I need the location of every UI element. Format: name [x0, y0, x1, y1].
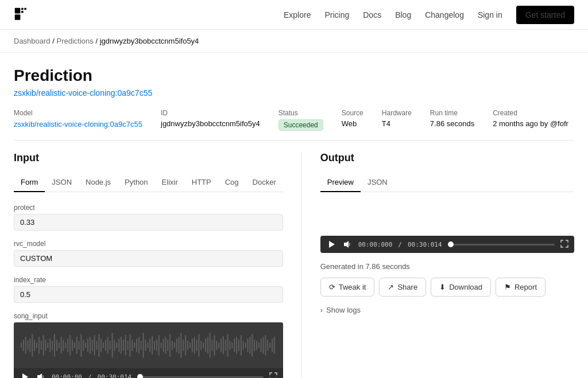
svg-rect-12 [36, 342, 37, 348]
svg-rect-45 [110, 341, 111, 350]
tab-json[interactable]: JSON [45, 173, 79, 192]
svg-rect-14 [41, 341, 42, 350]
tab-elixir[interactable]: Elixir [155, 173, 185, 192]
input-progress-bar[interactable] [137, 376, 264, 378]
meta-runtime-value: 7.86 seconds [430, 119, 474, 128]
svg-rect-81 [189, 342, 191, 348]
svg-rect-37 [92, 340, 93, 351]
download-button[interactable]: ⬇ Download [431, 278, 491, 297]
meta-source-value: Web [342, 119, 363, 128]
svg-rect-54 [130, 334, 131, 357]
show-logs-button[interactable]: › Show logs [320, 303, 361, 317]
download-label: Download [449, 283, 482, 291]
main-columns: Input Form JSON Node.js Python Elixir HT… [14, 152, 574, 378]
get-started-button[interactable]: Get started [516, 6, 574, 24]
svg-rect-86 [200, 341, 202, 350]
tweak-it-label: Tweak it [339, 283, 366, 291]
meta-hardware-value: T4 [382, 119, 412, 128]
tweak-it-button[interactable]: ⟳ Tweak it [320, 278, 375, 297]
svg-rect-27 [69, 335, 71, 356]
output-play-button[interactable] [326, 239, 336, 250]
tab-python[interactable]: Python [118, 173, 154, 192]
input-volume-button[interactable] [36, 372, 46, 378]
output-tab-json[interactable]: JSON [361, 173, 394, 192]
share-label: Share [397, 283, 417, 291]
action-buttons: ⟳ Tweak it ↗ Share ⬇ Download ⚑ Report [320, 278, 574, 297]
svg-rect-31 [79, 341, 80, 350]
meta-created-value: 2 months ago by @fofr [493, 119, 568, 128]
svg-rect-70 [165, 337, 166, 354]
output-progress-bar[interactable] [448, 244, 555, 245]
input-play-button[interactable] [20, 372, 30, 378]
svg-rect-46 [112, 333, 113, 358]
svg-rect-56 [134, 342, 135, 348]
tab-form[interactable]: Form [14, 173, 45, 192]
svg-rect-103 [238, 340, 239, 351]
svg-rect-119 [274, 337, 275, 354]
output-column: Output Preview JSON 00:00:000 / [302, 152, 574, 378]
tab-http[interactable]: HTTP [185, 173, 218, 192]
output-fullscreen-button[interactable] [560, 240, 568, 250]
tab-nodejs[interactable]: Node.js [79, 173, 118, 192]
svg-rect-93 [216, 341, 217, 350]
svg-rect-63 [149, 338, 150, 352]
svg-rect-108 [249, 337, 250, 354]
svg-rect-57 [136, 338, 137, 352]
svg-rect-75 [176, 338, 177, 352]
breadcrumb-current: jgdnwyzby3bobcctcnm5ifo5y4 [100, 37, 199, 45]
output-empty-area [320, 201, 574, 236]
svg-rect-114 [263, 337, 264, 354]
svg-rect-110 [254, 340, 255, 351]
svg-rect-105 [243, 341, 244, 350]
output-tab-preview[interactable]: Preview [320, 173, 361, 192]
report-button[interactable]: ⚑ Report [496, 278, 546, 297]
nav-pricing[interactable]: Pricing [324, 10, 349, 20]
svg-rect-111 [256, 341, 257, 350]
breadcrumb-dashboard[interactable]: Dashboard [14, 37, 51, 45]
field-song-input-label: song_input [14, 312, 283, 320]
nav-docs[interactable]: Docs [363, 10, 381, 20]
breadcrumb-predictions[interactable]: Predictions [56, 37, 93, 45]
field-protect-label: protect [14, 204, 283, 212]
navbar: Explore Pricing Docs Blog Changelog Sign… [0, 0, 588, 30]
meta-runtime-label: Run time [430, 109, 474, 117]
tab-cog[interactable]: Cog [218, 173, 246, 192]
nav-changelog[interactable]: Changelog [425, 10, 464, 20]
nav-blog[interactable]: Blog [395, 10, 411, 20]
input-audio-player: 00:00:00 / 00:30:014 [14, 322, 283, 378]
svg-rect-20 [54, 334, 55, 357]
svg-rect-112 [258, 342, 260, 348]
svg-rect-73 [172, 341, 173, 350]
svg-rect-6 [23, 340, 24, 351]
meta-source-label: Source [342, 109, 363, 117]
output-volume-button[interactable] [342, 239, 353, 250]
tab-docker[interactable]: Docker [246, 173, 283, 192]
svg-rect-38 [94, 335, 95, 356]
svg-rect-3 [21, 11, 24, 13]
svg-rect-104 [241, 335, 242, 356]
svg-rect-50 [121, 337, 122, 354]
download-icon: ⬇ [439, 283, 446, 291]
svg-rect-88 [205, 338, 206, 352]
chevron-right-icon: › [320, 306, 323, 314]
svg-rect-96 [223, 336, 224, 354]
meta-hardware: Hardware T4 [382, 109, 412, 131]
svg-rect-41 [100, 338, 102, 352]
nav-signin[interactable]: Sign in [478, 10, 502, 20]
input-waveform-display [14, 322, 283, 368]
share-button[interactable]: ↗ Share [379, 278, 426, 297]
meta-model-value[interactable]: zsxkib/realistic-voice-cloning:0a9c7c55 [14, 120, 142, 128]
svg-rect-113 [261, 338, 262, 352]
output-tabs: Preview JSON [320, 173, 574, 192]
output-audio-player: 00:00:000 / 00:30:014 [320, 236, 574, 253]
input-fullscreen-button[interactable] [269, 372, 277, 379]
output-current-time: 00:00:000 [358, 241, 393, 248]
svg-rect-77 [180, 333, 181, 358]
model-link[interactable]: zsxkib/realistic-voice-cloning:0a9c7c55 [14, 88, 152, 98]
logo[interactable] [14, 7, 30, 23]
svg-rect-95 [220, 338, 222, 352]
nav-explore[interactable]: Explore [284, 10, 311, 20]
meta-id-value: jgdnwyzby3bobcctcnm5ifo5y4 [161, 119, 260, 128]
svg-rect-30 [76, 337, 78, 354]
svg-rect-62 [147, 342, 148, 348]
